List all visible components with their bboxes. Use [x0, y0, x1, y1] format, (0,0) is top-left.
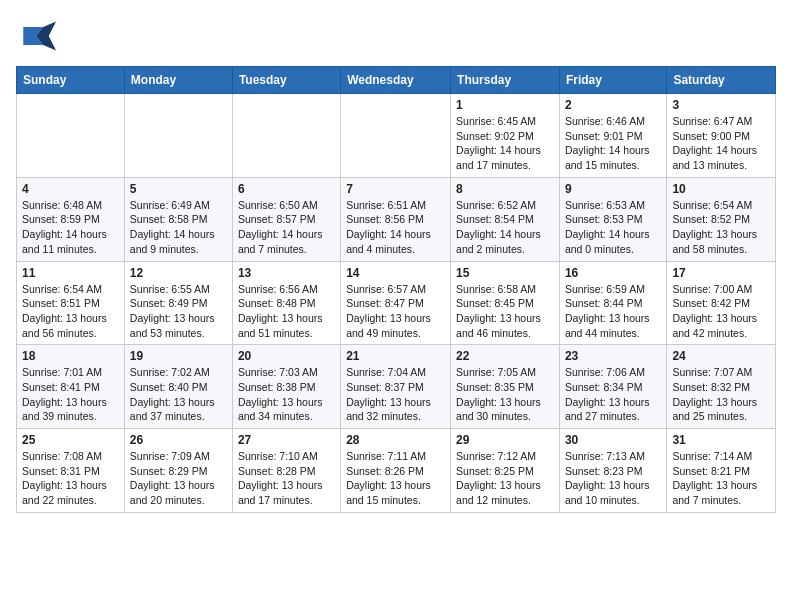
- day-number: 2: [565, 98, 661, 112]
- day-info: Sunrise: 7:01 AM Sunset: 8:41 PM Dayligh…: [22, 365, 119, 424]
- day-info: Sunrise: 7:12 AM Sunset: 8:25 PM Dayligh…: [456, 449, 554, 508]
- calendar-table: SundayMondayTuesdayWednesdayThursdayFrid…: [16, 66, 776, 513]
- day-header-sunday: Sunday: [17, 67, 125, 94]
- day-number: 29: [456, 433, 554, 447]
- day-info: Sunrise: 7:14 AM Sunset: 8:21 PM Dayligh…: [672, 449, 770, 508]
- calendar-cell: 19Sunrise: 7:02 AM Sunset: 8:40 PM Dayli…: [124, 345, 232, 429]
- day-number: 11: [22, 266, 119, 280]
- calendar-cell: 21Sunrise: 7:04 AM Sunset: 8:37 PM Dayli…: [341, 345, 451, 429]
- day-header-monday: Monday: [124, 67, 232, 94]
- day-info: Sunrise: 6:54 AM Sunset: 8:51 PM Dayligh…: [22, 282, 119, 341]
- calendar-cell: 16Sunrise: 6:59 AM Sunset: 8:44 PM Dayli…: [559, 261, 666, 345]
- calendar-cell: 17Sunrise: 7:00 AM Sunset: 8:42 PM Dayli…: [667, 261, 776, 345]
- calendar-cell: 18Sunrise: 7:01 AM Sunset: 8:41 PM Dayli…: [17, 345, 125, 429]
- day-info: Sunrise: 6:50 AM Sunset: 8:57 PM Dayligh…: [238, 198, 335, 257]
- day-number: 7: [346, 182, 445, 196]
- day-number: 19: [130, 349, 227, 363]
- day-info: Sunrise: 7:08 AM Sunset: 8:31 PM Dayligh…: [22, 449, 119, 508]
- day-info: Sunrise: 6:49 AM Sunset: 8:58 PM Dayligh…: [130, 198, 227, 257]
- page-header: [16, 16, 776, 56]
- day-info: Sunrise: 7:13 AM Sunset: 8:23 PM Dayligh…: [565, 449, 661, 508]
- logo-icon: [16, 16, 56, 56]
- calendar-cell: 25Sunrise: 7:08 AM Sunset: 8:31 PM Dayli…: [17, 429, 125, 513]
- day-info: Sunrise: 7:03 AM Sunset: 8:38 PM Dayligh…: [238, 365, 335, 424]
- day-info: Sunrise: 7:11 AM Sunset: 8:26 PM Dayligh…: [346, 449, 445, 508]
- day-header-thursday: Thursday: [451, 67, 560, 94]
- day-info: Sunrise: 6:47 AM Sunset: 9:00 PM Dayligh…: [672, 114, 770, 173]
- day-number: 30: [565, 433, 661, 447]
- svg-marker-1: [36, 21, 56, 50]
- calendar-cell: 30Sunrise: 7:13 AM Sunset: 8:23 PM Dayli…: [559, 429, 666, 513]
- calendar-cell: 14Sunrise: 6:57 AM Sunset: 8:47 PM Dayli…: [341, 261, 451, 345]
- day-number: 9: [565, 182, 661, 196]
- day-info: Sunrise: 6:53 AM Sunset: 8:53 PM Dayligh…: [565, 198, 661, 257]
- day-number: 3: [672, 98, 770, 112]
- day-number: 14: [346, 266, 445, 280]
- day-info: Sunrise: 6:46 AM Sunset: 9:01 PM Dayligh…: [565, 114, 661, 173]
- day-number: 5: [130, 182, 227, 196]
- day-number: 27: [238, 433, 335, 447]
- day-number: 25: [22, 433, 119, 447]
- calendar-cell: 7Sunrise: 6:51 AM Sunset: 8:56 PM Daylig…: [341, 177, 451, 261]
- calendar-cell: 9Sunrise: 6:53 AM Sunset: 8:53 PM Daylig…: [559, 177, 666, 261]
- day-header-friday: Friday: [559, 67, 666, 94]
- day-number: 26: [130, 433, 227, 447]
- day-info: Sunrise: 6:52 AM Sunset: 8:54 PM Dayligh…: [456, 198, 554, 257]
- day-info: Sunrise: 6:59 AM Sunset: 8:44 PM Dayligh…: [565, 282, 661, 341]
- calendar-cell: [124, 94, 232, 178]
- day-header-saturday: Saturday: [667, 67, 776, 94]
- day-number: 31: [672, 433, 770, 447]
- day-number: 13: [238, 266, 335, 280]
- calendar-cell: [17, 94, 125, 178]
- calendar-cell: 4Sunrise: 6:48 AM Sunset: 8:59 PM Daylig…: [17, 177, 125, 261]
- day-info: Sunrise: 7:09 AM Sunset: 8:29 PM Dayligh…: [130, 449, 227, 508]
- day-info: Sunrise: 7:07 AM Sunset: 8:32 PM Dayligh…: [672, 365, 770, 424]
- calendar-week-row: 4Sunrise: 6:48 AM Sunset: 8:59 PM Daylig…: [17, 177, 776, 261]
- calendar-cell: 13Sunrise: 6:56 AM Sunset: 8:48 PM Dayli…: [232, 261, 340, 345]
- calendar-cell: 27Sunrise: 7:10 AM Sunset: 8:28 PM Dayli…: [232, 429, 340, 513]
- day-number: 20: [238, 349, 335, 363]
- calendar-cell: 6Sunrise: 6:50 AM Sunset: 8:57 PM Daylig…: [232, 177, 340, 261]
- day-number: 10: [672, 182, 770, 196]
- day-info: Sunrise: 7:04 AM Sunset: 8:37 PM Dayligh…: [346, 365, 445, 424]
- day-number: 8: [456, 182, 554, 196]
- calendar-cell: 20Sunrise: 7:03 AM Sunset: 8:38 PM Dayli…: [232, 345, 340, 429]
- day-info: Sunrise: 7:02 AM Sunset: 8:40 PM Dayligh…: [130, 365, 227, 424]
- calendar-week-row: 11Sunrise: 6:54 AM Sunset: 8:51 PM Dayli…: [17, 261, 776, 345]
- day-number: 6: [238, 182, 335, 196]
- calendar-cell: 3Sunrise: 6:47 AM Sunset: 9:00 PM Daylig…: [667, 94, 776, 178]
- calendar-cell: 24Sunrise: 7:07 AM Sunset: 8:32 PM Dayli…: [667, 345, 776, 429]
- calendar-cell: 29Sunrise: 7:12 AM Sunset: 8:25 PM Dayli…: [451, 429, 560, 513]
- calendar-cell: 11Sunrise: 6:54 AM Sunset: 8:51 PM Dayli…: [17, 261, 125, 345]
- day-number: 21: [346, 349, 445, 363]
- day-info: Sunrise: 7:10 AM Sunset: 8:28 PM Dayligh…: [238, 449, 335, 508]
- day-info: Sunrise: 6:58 AM Sunset: 8:45 PM Dayligh…: [456, 282, 554, 341]
- day-info: Sunrise: 6:48 AM Sunset: 8:59 PM Dayligh…: [22, 198, 119, 257]
- calendar-cell: [341, 94, 451, 178]
- calendar-week-row: 25Sunrise: 7:08 AM Sunset: 8:31 PM Dayli…: [17, 429, 776, 513]
- calendar-cell: 31Sunrise: 7:14 AM Sunset: 8:21 PM Dayli…: [667, 429, 776, 513]
- calendar-cell: 26Sunrise: 7:09 AM Sunset: 8:29 PM Dayli…: [124, 429, 232, 513]
- day-info: Sunrise: 7:00 AM Sunset: 8:42 PM Dayligh…: [672, 282, 770, 341]
- day-number: 22: [456, 349, 554, 363]
- day-info: Sunrise: 6:51 AM Sunset: 8:56 PM Dayligh…: [346, 198, 445, 257]
- day-number: 12: [130, 266, 227, 280]
- calendar-cell: 1Sunrise: 6:45 AM Sunset: 9:02 PM Daylig…: [451, 94, 560, 178]
- day-info: Sunrise: 6:56 AM Sunset: 8:48 PM Dayligh…: [238, 282, 335, 341]
- day-number: 1: [456, 98, 554, 112]
- calendar-cell: 5Sunrise: 6:49 AM Sunset: 8:58 PM Daylig…: [124, 177, 232, 261]
- calendar-cell: 22Sunrise: 7:05 AM Sunset: 8:35 PM Dayli…: [451, 345, 560, 429]
- day-number: 4: [22, 182, 119, 196]
- calendar-week-row: 18Sunrise: 7:01 AM Sunset: 8:41 PM Dayli…: [17, 345, 776, 429]
- day-number: 24: [672, 349, 770, 363]
- day-info: Sunrise: 6:57 AM Sunset: 8:47 PM Dayligh…: [346, 282, 445, 341]
- calendar-cell: 23Sunrise: 7:06 AM Sunset: 8:34 PM Dayli…: [559, 345, 666, 429]
- day-info: Sunrise: 6:55 AM Sunset: 8:49 PM Dayligh…: [130, 282, 227, 341]
- calendar-cell: 28Sunrise: 7:11 AM Sunset: 8:26 PM Dayli…: [341, 429, 451, 513]
- day-number: 15: [456, 266, 554, 280]
- calendar-cell: 15Sunrise: 6:58 AM Sunset: 8:45 PM Dayli…: [451, 261, 560, 345]
- day-info: Sunrise: 6:54 AM Sunset: 8:52 PM Dayligh…: [672, 198, 770, 257]
- day-info: Sunrise: 6:45 AM Sunset: 9:02 PM Dayligh…: [456, 114, 554, 173]
- day-info: Sunrise: 7:06 AM Sunset: 8:34 PM Dayligh…: [565, 365, 661, 424]
- day-number: 28: [346, 433, 445, 447]
